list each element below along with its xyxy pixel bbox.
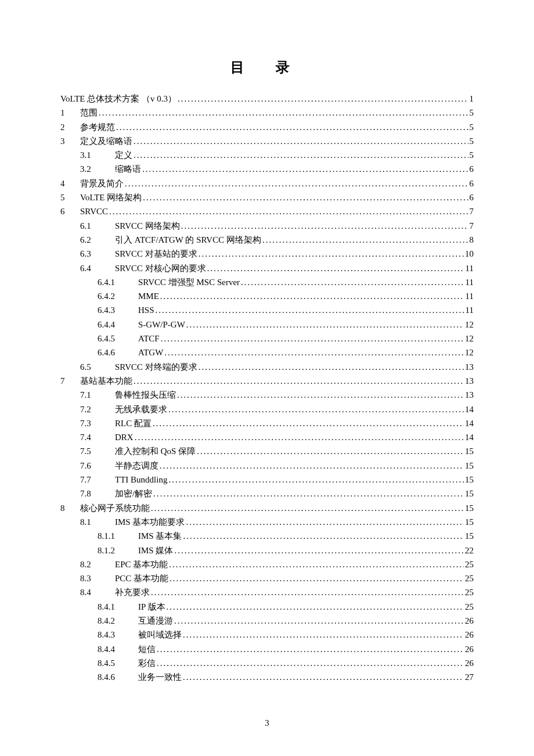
toc-leader: [151, 585, 464, 599]
toc-entry-page: 6: [470, 162, 474, 176]
toc-entry-page: 12: [465, 345, 474, 359]
toc-entry[interactable]: 6.4.4S-GW/P-GW12: [60, 318, 474, 332]
toc-entry[interactable]: 3定义及缩略语5: [60, 134, 474, 148]
toc-leader: [109, 204, 468, 218]
toc-entry-text: 参考规范: [80, 120, 115, 134]
toc-entry[interactable]: 8.4.4短信26: [60, 642, 474, 656]
toc-leader: [183, 529, 464, 543]
toc-entry-text: 引入 ATCF/ATGW 的 SRVCC 网络架构: [115, 233, 261, 247]
toc-leader: [207, 261, 464, 275]
toc-entry[interactable]: 8.3PCC 基本功能25: [60, 571, 474, 585]
toc-entry[interactable]: 6.4.1SRVCC 增强型 MSC Server11: [60, 275, 474, 289]
toc-entry-number: 4: [60, 177, 80, 190]
toc-entry[interactable]: 1范围5: [60, 106, 474, 120]
toc-entry-text: ATGW: [138, 345, 163, 359]
toc-entry-page: 25: [465, 557, 474, 571]
toc-entry-text: VoLTE 总体技术方案 （v 0.3）: [60, 92, 176, 106]
toc-entry[interactable]: 6.4.3HSS11: [60, 303, 474, 317]
toc-entry-number: 6.4.4: [98, 318, 138, 332]
toc-entry[interactable]: 8核心网子系统功能15: [60, 501, 474, 515]
toc-entry[interactable]: 6.4.2MME11: [60, 289, 474, 303]
toc-entry-number: 6.1: [80, 219, 115, 233]
toc-entry[interactable]: 7.3RLC 配置14: [60, 416, 474, 430]
toc-entry-number: 5: [60, 190, 80, 204]
toc-entry-text: 定义及缩略语: [80, 134, 132, 148]
toc-entry[interactable]: 8.4.6业务一致性27: [60, 670, 474, 684]
toc-entry[interactable]: 7.1鲁棒性报头压缩13: [60, 388, 474, 402]
toc-entry[interactable]: 3.2缩略语6: [60, 162, 474, 176]
toc-leader: [169, 571, 464, 585]
toc-entry[interactable]: 7.8加密/解密15: [60, 487, 474, 501]
toc-entry[interactable]: 6.4.5ATCF12: [60, 332, 474, 345]
toc-entry[interactable]: 4背景及简介6: [60, 177, 474, 190]
toc-entry-page: 10: [465, 247, 474, 261]
toc-entry[interactable]: 8.4.3被叫域选择26: [60, 628, 474, 642]
toc-leader: [186, 318, 464, 332]
toc-entry[interactable]: 6.5SRVCC 对终端的要求13: [60, 360, 474, 374]
toc-entry[interactable]: 8.4.1IP 版本25: [60, 600, 474, 614]
toc-leader: [160, 289, 464, 303]
toc-entry[interactable]: 7.7TTI Bunddling15: [60, 473, 474, 487]
toc-entry-text: 缩略语: [115, 162, 141, 176]
toc-entry-page: 14: [465, 416, 474, 430]
toc-entry-number: 3: [60, 134, 80, 148]
toc-entry[interactable]: 2参考规范5: [60, 120, 474, 134]
toc-leader: [178, 92, 468, 106]
toc-entry-text: SRVCC 对基站的要求: [115, 247, 197, 261]
toc-entry[interactable]: 7.2无线承载要求14: [60, 402, 474, 416]
toc-entry-text: IMS 基本功能要求: [115, 515, 185, 529]
toc-leader: [142, 162, 468, 176]
toc-entry-page: 25: [465, 600, 474, 614]
toc-entry[interactable]: 8.1.2IMS 媒体22: [60, 543, 474, 557]
toc-entry[interactable]: 6.3SRVCC 对基站的要求10: [60, 247, 474, 261]
toc-entry-page: 22: [465, 543, 474, 557]
toc-entry-number: 3.2: [80, 162, 115, 176]
toc-entry-text: 鲁棒性报头压缩: [115, 388, 176, 402]
toc-entry-page: 15: [465, 473, 474, 487]
toc-entry-page: 11: [466, 289, 474, 303]
toc-entry-number: 6.3: [80, 247, 115, 261]
toc-entry[interactable]: 5VoLTE 网络架构6: [60, 190, 474, 204]
toc-entry-number: 8.3: [80, 571, 115, 585]
toc-entry[interactable]: 7.5准入控制和 QoS 保障15: [60, 444, 474, 458]
toc-entry-page: 14: [465, 402, 474, 416]
toc-leader: [134, 134, 468, 148]
toc-entry[interactable]: 6SRVCC7: [60, 204, 474, 218]
toc-entry-page: 5: [470, 148, 474, 162]
toc-entry-number: 6: [60, 204, 80, 218]
page-container: 目 录 VoLTE 总体技术方案 （v 0.3）11范围52参考规范53定义及缩…: [0, 0, 534, 756]
toc-entry[interactable]: 8.4.2互通漫游26: [60, 614, 474, 628]
toc-entry[interactable]: 8.4补充要求25: [60, 585, 474, 599]
toc-entry[interactable]: 8.1.1IMS 基本集15: [60, 529, 474, 543]
toc-leader: [262, 233, 468, 247]
toc-entry[interactable]: 6.2引入 ATCF/ATGW 的 SRVCC 网络架构8: [60, 233, 474, 247]
toc-entry[interactable]: 6.4SRVCC 对核心网的要求11: [60, 261, 474, 275]
toc-entry[interactable]: VoLTE 总体技术方案 （v 0.3）1: [60, 92, 474, 106]
toc-entry[interactable]: 8.2EPC 基本功能25: [60, 557, 474, 571]
toc-entry-number: 2: [60, 120, 80, 134]
toc-entry[interactable]: 8.1IMS 基本功能要求15: [60, 515, 474, 529]
toc-entry-number: 8.4.6: [98, 670, 138, 684]
toc-entry-page: 15: [465, 529, 474, 543]
toc-entry-text: ATCF: [138, 332, 160, 345]
toc-entry-text: PCC 基本功能: [115, 571, 168, 585]
toc-leader: [153, 487, 464, 501]
toc-entry[interactable]: 6.1SRVCC 网络架构7: [60, 219, 474, 233]
toc-entry[interactable]: 8.4.5彩信26: [60, 656, 474, 670]
toc-entry-number: 1: [60, 106, 80, 120]
toc-entry[interactable]: 3.1定义5: [60, 148, 474, 162]
toc-entry[interactable]: 7.4DRX14: [60, 430, 474, 444]
toc-entry-number: 3.1: [80, 148, 115, 162]
toc-entry-page: 26: [465, 656, 474, 670]
toc-entry-text: HSS: [138, 303, 154, 317]
toc-entry[interactable]: 6.4.6ATGW12: [60, 345, 474, 359]
toc-entry[interactable]: 7.6半静态调度15: [60, 459, 474, 473]
toc-entry-page: 6: [470, 190, 474, 204]
toc-entry-page: 12: [465, 332, 474, 345]
toc-entry-page: 14: [465, 430, 474, 444]
toc-leader: [134, 374, 464, 388]
toc-entry-text: 补充要求: [115, 585, 150, 599]
toc-entry[interactable]: 7基站基本功能13: [60, 374, 474, 388]
toc-leader: [143, 190, 468, 204]
toc-leader: [153, 416, 464, 430]
